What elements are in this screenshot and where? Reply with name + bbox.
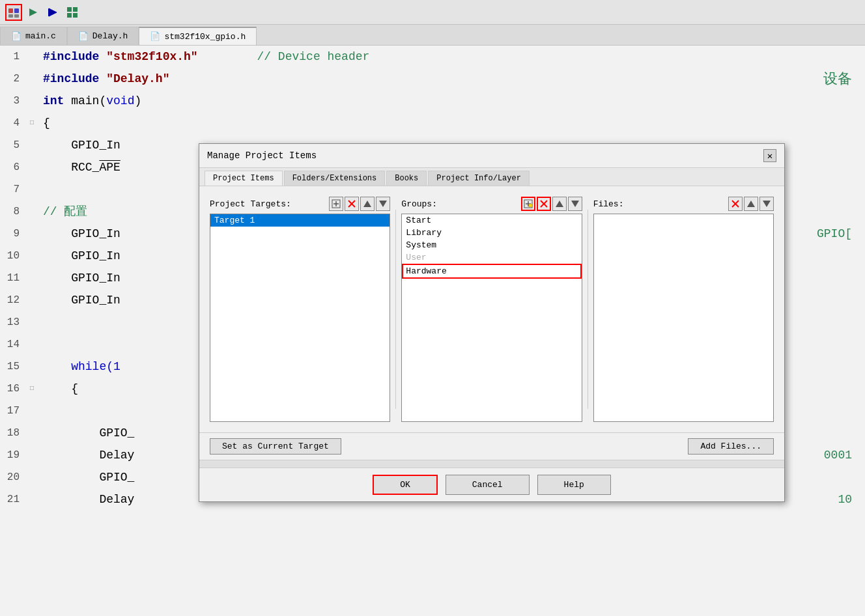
files-list[interactable] [593,214,774,422]
dialog-close-button[interactable]: ✕ [763,149,776,162]
files-label: Files: [593,199,726,209]
tab-project-items[interactable]: Project Items [205,171,283,186]
files-down-btn[interactable] [759,197,774,211]
svg-marker-17 [379,201,387,207]
files-toolbar [728,197,774,211]
groups-up-btn[interactable] [552,197,567,211]
targets-list[interactable]: Target 1 [210,214,390,422]
group-item-user[interactable]: User [402,251,581,264]
groups-label: Groups: [401,199,518,209]
add-files-button[interactable]: Add Files... [688,438,774,455]
files-up-btn[interactable] [744,197,758,211]
manage-project-dialog: Manage Project Items ✕ Project Items Fol… [199,143,785,502]
targets-down-btn[interactable] [376,197,390,211]
divider-1 [395,210,396,409]
files-delete-btn[interactable] [728,197,743,211]
svg-marker-25 [571,201,579,207]
group-item-start[interactable]: Start [402,214,581,227]
help-button[interactable]: Help [537,475,611,495]
dialog-actions-row: Set as Current Target Add Files... [199,432,784,460]
groups-toolbar [521,197,582,211]
project-targets-header: Project Targets: [210,197,390,211]
svg-marker-16 [363,201,371,207]
group-name-input[interactable] [402,264,581,279]
group-item-system[interactable]: System [402,239,581,251]
groups-list[interactable]: Start Library System User [401,214,582,422]
targets-add-btn[interactable] [329,197,343,211]
dialog-content: Project Targets: Tar [199,186,784,432]
ok-button[interactable]: OK [373,475,438,495]
targets-toolbar [329,197,390,211]
groups-add-btn[interactable] [521,197,535,211]
dialog-footer: OK Cancel Help [199,468,784,501]
svg-rect-21 [529,204,532,207]
group-item-hardware[interactable] [402,264,581,279]
dialog-titlebar: Manage Project Items ✕ [199,144,784,168]
set-current-target-button[interactable]: Set as Current Target [210,438,341,455]
targets-delete-btn[interactable] [345,197,359,211]
target-item-1[interactable]: Target 1 [210,214,390,227]
dialog-tabs: Project Items Folders/Extensions Books P… [199,168,784,186]
groups-down-btn[interactable] [568,197,582,211]
cancel-button[interactable]: Cancel [446,475,530,495]
tab-folders-extensions[interactable]: Folders/Extensions [284,171,386,186]
groups-delete-btn[interactable] [537,197,551,211]
dialog-title: Manage Project Items [207,150,317,161]
files-panel: Files: [593,197,774,422]
project-targets-panel: Project Targets: Tar [210,197,390,422]
svg-marker-24 [556,201,563,207]
horizontal-scrollbar[interactable] [199,460,784,468]
groups-panel: Groups: Start [401,197,582,422]
project-targets-label: Project Targets: [210,199,326,209]
tab-project-info[interactable]: Project Info/Layer [428,171,530,186]
divider-2 [588,210,588,409]
tab-books[interactable]: Books [386,171,427,186]
group-item-library[interactable]: Library [402,227,581,239]
files-header: Files: [593,197,774,211]
svg-marker-29 [763,201,771,207]
svg-marker-28 [747,201,755,207]
groups-header: Groups: [401,197,582,211]
targets-up-btn[interactable] [360,197,375,211]
